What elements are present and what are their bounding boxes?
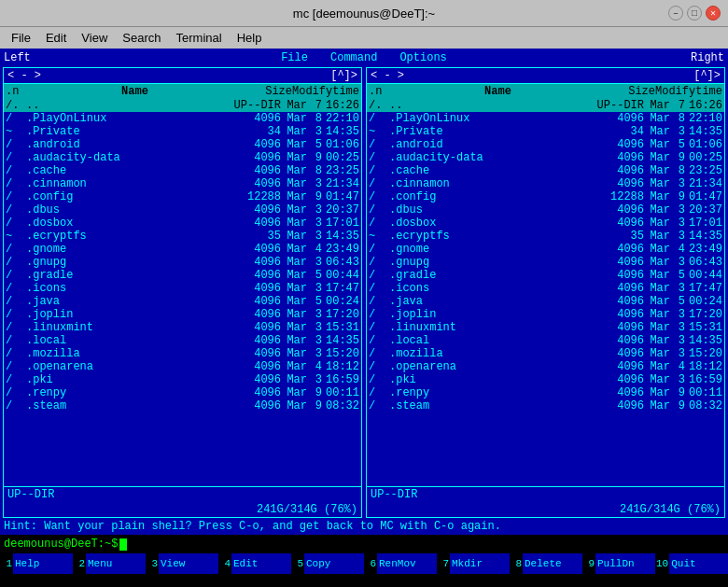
file-type-indicator: / (369, 203, 389, 217)
list-item[interactable]: /.gnupg4096Mar 306:43 (4, 256, 361, 269)
fkey-help[interactable]: 1Help (0, 553, 73, 574)
fkey-label: Help (13, 553, 73, 574)
file-day: 9 (670, 399, 685, 412)
list-item[interactable]: /.renpy4096Mar 900:11 (4, 386, 361, 399)
file-day: 3 (670, 230, 685, 243)
list-item[interactable]: /.gradle4096Mar 500:44 (367, 269, 724, 282)
list-item[interactable]: ~.Private34Mar 314:35 (4, 125, 361, 138)
list-item[interactable]: /.android4096Mar 501:06 (4, 138, 361, 151)
file-month: Mar (644, 230, 670, 243)
close-button[interactable]: ✕ (706, 6, 721, 21)
fkey-copy[interactable]: 5Copy (291, 553, 364, 574)
list-item[interactable]: /.renpy4096Mar 900:11 (367, 386, 724, 399)
list-item[interactable]: /.PlayOnLinux4096Mar 822:10 (367, 112, 724, 125)
minimize-button[interactable]: – (668, 6, 683, 21)
fkey-delete[interactable]: 8Delete (510, 553, 582, 574)
file-name: .gnome (389, 243, 595, 256)
list-item[interactable]: /.android4096Mar 501:06 (367, 138, 724, 151)
command-menu-item[interactable]: Command (319, 51, 388, 64)
list-item[interactable]: /.audacity-data4096Mar 900:25 (4, 151, 361, 164)
fkey-edit[interactable]: 4Edit (218, 553, 291, 574)
list-item[interactable]: /.cache4096Mar 823:25 (367, 164, 724, 177)
menubar-item-edit[interactable]: Edit (38, 29, 74, 47)
list-item[interactable]: /.java4096Mar 500:24 (4, 295, 361, 308)
list-item[interactable]: /.local4096Mar 314:35 (367, 334, 724, 347)
file-type-indicator: / (369, 177, 389, 190)
file-name: .java (26, 295, 232, 308)
maximize-button[interactable]: □ (687, 6, 702, 21)
list-item[interactable]: ~.Private34Mar 314:35 (367, 125, 724, 138)
list-item[interactable]: /.gnome4096Mar 423:49 (367, 243, 724, 256)
file-day: 9 (670, 386, 685, 399)
fkey-number: 8 (510, 558, 523, 569)
list-item[interactable]: ~.ecryptfs35Mar 314:35 (4, 230, 361, 243)
fkey-mkdir[interactable]: 7Mkdir (437, 553, 510, 574)
list-item[interactable]: /.audacity-data4096Mar 900:25 (367, 151, 724, 164)
list-item[interactable]: /.local4096Mar 314:35 (4, 334, 361, 347)
menubar-item-help[interactable]: Help (230, 29, 270, 47)
list-item[interactable]: /.openarena4096Mar 418:12 (4, 360, 361, 373)
list-item[interactable]: /.joplin4096Mar 317:20 (367, 308, 724, 321)
file-size: 4096 (595, 282, 644, 295)
right-nav-label[interactable]: Right (691, 51, 724, 64)
list-item[interactable]: /.pki4096Mar 316:59 (367, 373, 724, 386)
fkey-view[interactable]: 3View (146, 553, 218, 574)
file-time: 18:12 (685, 360, 722, 373)
list-item[interactable]: /...UP--DIRMar 716:26 (367, 99, 724, 112)
list-item[interactable]: /.icons4096Mar 317:47 (367, 282, 724, 295)
list-item[interactable]: /.gradle4096Mar 500:44 (4, 269, 361, 282)
list-item[interactable]: /.cache4096Mar 823:25 (4, 164, 361, 177)
menubar-item-file[interactable]: File (4, 29, 38, 47)
list-item[interactable]: /.config12288Mar 901:47 (4, 190, 361, 203)
list-item[interactable]: /.dbus4096Mar 320:37 (367, 203, 724, 217)
list-item[interactable]: /.dbus4096Mar 320:37 (4, 203, 361, 217)
file-time: 14:35 (685, 334, 722, 347)
list-item[interactable]: /.openarena4096Mar 418:12 (367, 360, 724, 373)
right-panel-nav-right: [^]> (693, 69, 721, 82)
file-name: .mozilla (389, 347, 595, 360)
list-item[interactable]: /.java4096Mar 500:24 (367, 295, 724, 308)
file-day: 3 (670, 177, 685, 190)
list-item[interactable]: /.dosbox4096Mar 317:01 (367, 217, 724, 230)
list-item[interactable]: /.joplin4096Mar 317:20 (4, 308, 361, 321)
list-item[interactable]: /.steam4096Mar 908:32 (367, 399, 724, 412)
file-name: .dosbox (389, 217, 595, 230)
list-item[interactable]: ~.ecryptfs35Mar 314:35 (367, 230, 724, 243)
list-item[interactable]: /.mozilla4096Mar 315:20 (367, 347, 724, 360)
file-name: .renpy (389, 386, 595, 399)
list-item[interactable]: /.gnupg4096Mar 306:43 (367, 256, 724, 269)
fkey-menu[interactable]: 2Menu (73, 553, 146, 574)
menubar-item-search[interactable]: Search (115, 29, 168, 47)
file-day: 3 (307, 334, 322, 347)
list-item[interactable]: /.dosbox4096Mar 317:01 (4, 217, 361, 230)
file-type-indicator: / (369, 334, 389, 347)
list-item[interactable]: /.PlayOnLinux4096Mar 822:10 (4, 112, 361, 125)
list-item[interactable]: /.linuxmint4096Mar 315:31 (367, 321, 724, 334)
shell-line[interactable]: deemounus@DeeT:~$ (0, 535, 728, 553)
menubar-item-terminal[interactable]: Terminal (169, 29, 230, 47)
list-item[interactable]: /.gnome4096Mar 423:49 (4, 243, 361, 256)
fkey-pulldn[interactable]: 9PullDn (582, 553, 655, 574)
file-menu-item[interactable]: File (270, 51, 319, 64)
list-item[interactable]: /.steam4096Mar 908:32 (4, 399, 361, 412)
list-item[interactable]: /.icons4096Mar 317:47 (4, 282, 361, 295)
file-size: 4096 (595, 386, 644, 399)
list-item[interactable]: /.cinnamon4096Mar 321:34 (367, 177, 724, 190)
file-day: 3 (307, 321, 322, 334)
list-item[interactable]: /.linuxmint4096Mar 315:31 (4, 321, 361, 334)
file-name: .cache (389, 164, 595, 177)
list-item[interactable]: /.pki4096Mar 316:59 (4, 373, 361, 386)
panels-row: < - > [^]> .n Name Size Modify time /...… (0, 67, 728, 518)
left-nav-label[interactable]: Left (4, 51, 31, 64)
file-month: Mar (644, 373, 670, 386)
fkey-renmov[interactable]: 6RenMov (364, 553, 437, 574)
list-item[interactable]: /.mozilla4096Mar 315:20 (4, 347, 361, 360)
options-menu-item[interactable]: Options (388, 51, 457, 64)
list-item[interactable]: /.config12288Mar 901:47 (367, 190, 724, 203)
list-item[interactable]: /.cinnamon4096Mar 321:34 (4, 177, 361, 190)
panel-nav-left: Left (0, 51, 270, 64)
list-item[interactable]: /...UP--DIRMar 716:26 (4, 99, 361, 112)
left-panel-header: .n Name Size Modify time (4, 84, 361, 99)
fkey-quit[interactable]: 10Quit (655, 553, 728, 574)
menubar-item-view[interactable]: View (74, 29, 115, 47)
